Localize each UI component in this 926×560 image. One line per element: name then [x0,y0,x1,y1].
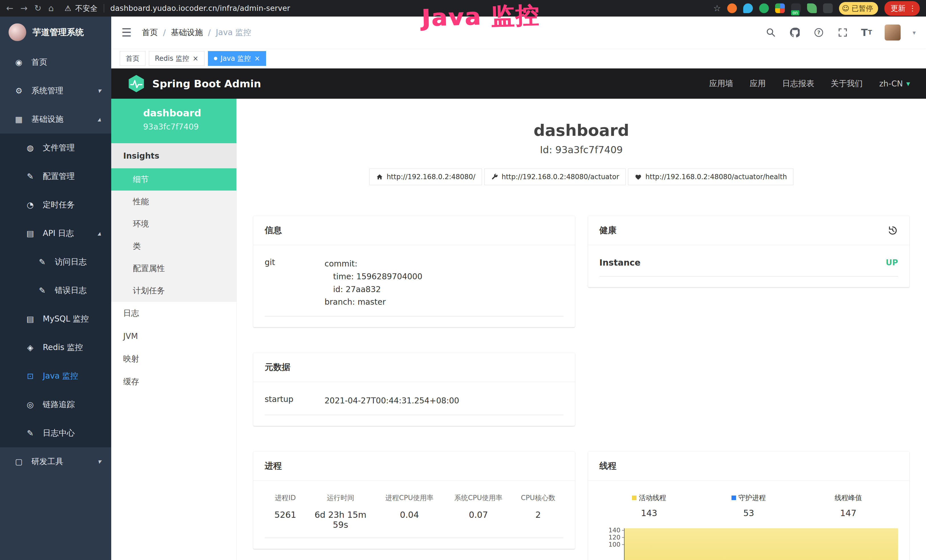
sba-item-config-props[interactable]: 配置属性 [111,257,236,280]
chevron-down-icon[interactable]: ▾ [912,29,916,36]
sidebar-item-mysql-monitor[interactable]: ▤ MySQL 监控 [0,305,111,333]
app-header: ☰ 首页 / 基础设施 / Java 监控 ? [111,17,926,48]
chevron-down-icon: ▾ [98,458,101,466]
sidebar-item-home[interactable]: ◉ 首页 [0,48,111,76]
legend-label: 守护进程 [738,493,766,502]
instance-header[interactable]: dashboard 93a3fc7f7409 [111,99,236,143]
sidebar-item-java-monitor[interactable]: ⊡ Java 监控 [0,362,111,390]
sba-nav-about[interactable]: 关于我们 [831,78,863,89]
sba-item-caches[interactable]: 缓存 [111,370,236,393]
tab-java-monitor[interactable]: Java 监控 × [208,51,266,66]
sba-item-logs[interactable]: 日志 [111,302,236,325]
sidebar-item-trace[interactable]: ◎ 链路追踪 [0,390,111,419]
sidebar-item-label: 错误日志 [55,285,87,296]
history-icon[interactable] [887,225,898,236]
sba-language-select[interactable]: zh-CN ▾ [879,79,910,88]
back-button[interactable]: ← [6,4,14,12]
active-threads-value: 143 [599,508,699,518]
warning-icon: ⚠ [65,4,71,12]
extensions-puzzle-icon[interactable] [823,3,833,13]
kebab-menu-icon[interactable]: ⋮ [909,4,916,12]
font-size-large-glyph: T [861,27,868,38]
sidebar-item-file-management[interactable]: ◍ 文件管理 [0,133,111,162]
sidebar-item-infrastructure[interactable]: ▦ 基础设施 ▴ [0,105,111,133]
close-icon[interactable]: × [254,55,260,62]
extension-icon[interactable] [727,3,737,13]
sidebar-item-scheduled-jobs[interactable]: ◔ 定时任务 [0,191,111,219]
browser-home-button[interactable]: ⌂ [48,4,54,12]
git-id-line: id: 27aa832 [325,283,563,296]
sba-item-environment[interactable]: 环境 [111,213,236,235]
sba-item-jvm[interactable]: JVM [111,325,236,348]
card-title: 健康 [599,224,617,236]
sidebar-item-label: 定时任务 [43,200,75,210]
tab-redis-monitor[interactable]: Redis 监控 × [149,51,204,66]
sidebar-item-system[interactable]: ⚙ 系统管理 ▾ [0,76,111,105]
legend-item: 线程峰值 [799,493,898,502]
extension-icon[interactable] [759,3,769,13]
update-button[interactable]: 更新 ⋮ [884,1,920,16]
search-icon[interactable] [765,27,777,38]
help-icon[interactable]: ? [813,27,825,38]
sidebar-item-log-center[interactable]: ✎ 日志中心 [0,419,111,447]
user-avatar[interactable] [885,24,900,41]
sba-brand[interactable]: Spring Boot Admin [127,74,261,93]
chevron-up-icon: ▴ [98,115,101,123]
sidebar-item-label: 链路追踪 [43,399,75,410]
extension-icon[interactable]: on [791,3,801,13]
breadcrumb-home[interactable]: 首页 [142,27,158,38]
sba-item-scheduled-tasks[interactable]: 计划任务 [111,280,236,302]
breadcrumb-infrastructure[interactable]: 基础设施 [171,27,203,38]
tab-home[interactable]: 首页 [120,51,145,66]
card-body: 活动线程 守护进程 线程峰值 143 [588,481,910,560]
sidebar-item-redis-monitor[interactable]: ◈ Redis 监控 [0,333,111,362]
actuator-url-button[interactable]: http://192.168.0.2:48080/actuator [484,169,626,185]
file-icon: ◍ [25,143,35,153]
sidebar-item-api-log[interactable]: ▤ API 日志 ▴ [0,219,111,248]
sba-item-details[interactable]: 细节 [111,168,236,191]
extension-icon[interactable] [743,3,753,13]
url-text[interactable]: dashboard.yudao.iocoder.cn/infra/admin-s… [110,4,291,12]
fullscreen-icon[interactable] [837,27,849,38]
extension-icon[interactable] [775,3,785,13]
sidebar-item-config-management[interactable]: ✎ 配置管理 [0,162,111,191]
security-label[interactable]: 不安全 [75,3,98,14]
health-card: 健康 Instance UP [588,216,910,287]
paused-badge[interactable]: ☺ 已暂停 [839,2,878,15]
service-url-button[interactable]: http://192.168.0.2:48080/ [369,169,482,185]
reload-button[interactable]: ↻ [34,4,41,12]
sidebar-item-access-log[interactable]: ✎ 访问日志 [0,248,111,276]
toolbox-icon: ▢ [14,457,24,466]
address-bar[interactable]: ⚠ 不安全 dashboard.yudao.iocoder.cn/infra/a… [65,3,290,14]
app-logo[interactable]: 芋道管理系统 [0,17,111,48]
sba-nav-applications[interactable]: 应用 [750,78,766,89]
sba-nav: 应用墙 应用 日志报表 关于我们 zh-CN ▾ [709,78,910,89]
threads-chart: 140 120 100 [599,527,898,560]
sba-item-mappings[interactable]: 映射 [111,348,236,370]
github-icon[interactable] [789,27,801,38]
sidebar-item-label: 系统管理 [31,85,63,96]
close-icon[interactable]: × [192,55,198,62]
sidebar-item-error-log[interactable]: ✎ 错误日志 [0,276,111,305]
font-size-icon[interactable]: TT [861,27,873,38]
forward-button[interactable]: → [20,4,27,12]
tab-label: 首页 [126,54,139,63]
sba-nav-journal[interactable]: 日志报表 [782,78,814,89]
sidebar-item-devtools[interactable]: ▢ 研发工具 ▾ [0,447,111,476]
app-title: 芋道管理系统 [33,27,84,38]
hamburger-icon[interactable]: ☰ [121,26,132,39]
chevron-down-icon: ▾ [98,87,101,95]
extension-icon[interactable] [807,3,817,13]
bookmark-star-icon[interactable]: ☆ [713,4,721,12]
sba-nav-wall[interactable]: 应用墙 [709,78,733,89]
breadcrumb-separator: / [163,28,166,37]
git-time-line: time: 1596289704000 [325,271,563,283]
health-url-button[interactable]: http://192.168.0.2:48080/actuator/health [628,169,793,185]
column-header: 系统CPU使用率 [444,493,513,502]
status-badge: UP [886,258,898,267]
legend-swatch-blue [731,495,736,500]
legend-item: 守护进程 [699,493,799,502]
heart-icon [634,173,642,180]
sba-item-classes[interactable]: 类 [111,235,236,257]
sba-item-performance[interactable]: 性能 [111,191,236,213]
